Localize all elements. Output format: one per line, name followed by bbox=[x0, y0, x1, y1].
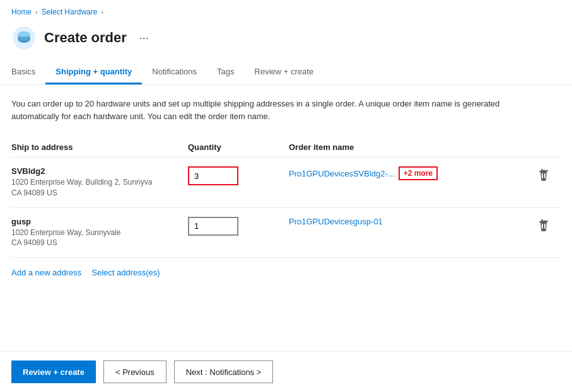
footer: Review + create < Previous Next : Notifi… bbox=[0, 351, 572, 392]
next-notifications-button[interactable]: Next : Notifications > bbox=[174, 360, 274, 383]
previous-button[interactable]: < Previous bbox=[103, 360, 166, 383]
delete-button-2[interactable] bbox=[535, 217, 552, 234]
table-header: Ship to address Quantity Order item name bbox=[11, 137, 561, 158]
delete-cell-2 bbox=[535, 217, 561, 234]
address-name-2: gusp bbox=[11, 217, 188, 226]
description-text: You can order up to 20 hardware units an… bbox=[11, 98, 503, 122]
breadcrumb: Home › Select Hardware › bbox=[0, 0, 572, 21]
header-order-item: Order item name bbox=[289, 142, 535, 152]
more-badge-1[interactable]: +2 more bbox=[399, 166, 438, 180]
header-ship-to: Ship to address bbox=[11, 142, 188, 152]
table-row: SVBldg2 1020 Enterprise Way, Building 2,… bbox=[11, 158, 561, 208]
quantity-input-2[interactable] bbox=[188, 217, 238, 236]
tabs-bar: Basics Shipping + quantity Notifications… bbox=[0, 61, 572, 85]
ellipsis-button[interactable]: ··· bbox=[134, 29, 154, 47]
page-title: Create order bbox=[44, 30, 127, 46]
order-items-cell-1: Pro1GPUDevicesSVBldg2-... +2 more bbox=[289, 166, 535, 180]
address-cell-2: gusp 1020 Enterprise Way, Sunnyvale CA 9… bbox=[11, 217, 188, 249]
tab-tags[interactable]: Tags bbox=[207, 61, 244, 84]
page-icon bbox=[11, 25, 37, 50]
delete-cell-1 bbox=[535, 166, 561, 184]
address-cell-1: SVBldg2 1020 Enterprise Way, Building 2,… bbox=[11, 166, 188, 199]
address-line2-2: CA 94089 US bbox=[11, 238, 188, 248]
table-row: gusp 1020 Enterprise Way, Sunnyvale CA 9… bbox=[11, 208, 561, 258]
header-quantity: Quantity bbox=[188, 142, 289, 152]
address-line1-2: 1020 Enterprise Way, Sunnyvale bbox=[11, 228, 188, 238]
select-addresses-link[interactable]: Select address(es) bbox=[91, 268, 160, 277]
trash-icon-2 bbox=[538, 219, 549, 232]
order-items-cell-2: Pro1GPUDevicesgusp-01 bbox=[289, 217, 535, 226]
table-actions: Add a new address Select address(es) bbox=[11, 258, 561, 287]
tab-shipping[interactable]: Shipping + quantity bbox=[45, 61, 142, 84]
address-line1-1: 1020 Enterprise Way, Building 2, Sunnyva bbox=[11, 177, 188, 188]
trash-icon-1 bbox=[538, 169, 549, 182]
add-address-link[interactable]: Add a new address bbox=[11, 268, 81, 277]
review-create-button[interactable]: Review + create bbox=[11, 360, 96, 383]
order-item-link-2[interactable]: Pro1GPUDevicesgusp-01 bbox=[289, 217, 383, 226]
breadcrumb-chevron-1: › bbox=[35, 8, 38, 16]
page-header: Create order ··· bbox=[0, 21, 572, 61]
quantity-cell-1 bbox=[188, 166, 289, 185]
tab-notifications[interactable]: Notifications bbox=[142, 61, 207, 84]
header-actions bbox=[535, 142, 561, 152]
delete-button-1[interactable] bbox=[535, 166, 552, 184]
breadcrumb-home[interactable]: Home bbox=[11, 8, 32, 16]
tab-review-create[interactable]: Review + create bbox=[245, 61, 324, 84]
breadcrumb-select-hardware[interactable]: Select Hardware bbox=[42, 8, 98, 16]
address-line2-1: CA 94089 US bbox=[11, 188, 188, 199]
order-item-link-1[interactable]: Pro1GPUDevicesSVBldg2-... bbox=[289, 169, 395, 178]
quantity-cell-2 bbox=[188, 217, 289, 236]
quantity-input-1[interactable] bbox=[188, 166, 238, 185]
main-content: You can order up to 20 hardware units an… bbox=[0, 85, 572, 338]
address-name-1: SVBldg2 bbox=[11, 166, 188, 176]
tab-basics[interactable]: Basics bbox=[11, 61, 45, 84]
breadcrumb-chevron-2: › bbox=[101, 8, 103, 16]
